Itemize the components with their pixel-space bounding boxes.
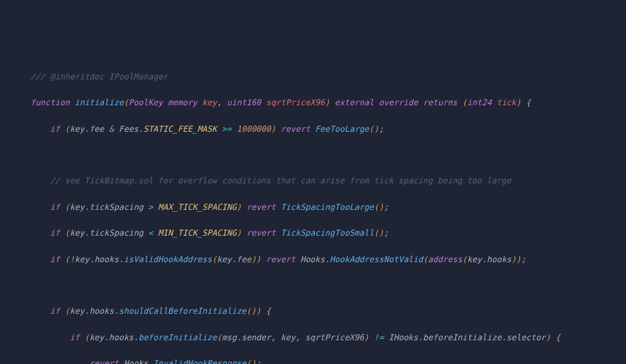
code-line: if (key.fee & Fees.STATIC_FEE_MASK >= 10… (11, 123, 615, 136)
keyword: address (428, 255, 462, 264)
property: hooks (94, 255, 119, 264)
keyword: revert (246, 228, 276, 238)
keyword: function (31, 98, 70, 107)
type: uint160 (227, 98, 261, 107)
keyword: revert (266, 255, 295, 264)
constant: MAX_TICK_SPACING (158, 202, 237, 212)
type: int24 (467, 98, 492, 107)
class: Fees (119, 124, 139, 134)
code-line (11, 149, 615, 162)
keyword: override (379, 98, 418, 107)
code-line: function initialize(PoolKey memory key, … (11, 96, 615, 109)
comment: /// @inheritdoc IPoolManager (31, 72, 168, 81)
keyword: if (50, 202, 60, 212)
keyword: external (335, 98, 374, 107)
property: hooks (487, 255, 511, 264)
class: IHooks (388, 333, 418, 342)
function-call: isValidHookAddress (124, 255, 212, 264)
function-call: TickSpacingTooSmall (280, 228, 373, 238)
function-call: InvalidHookResponse (153, 359, 246, 364)
property: tickSpacing (90, 228, 143, 238)
code-line (11, 279, 615, 292)
keyword: revert (246, 202, 276, 212)
code-line: if (key.hooks.shouldCallBeforeInitialize… (11, 305, 615, 318)
property: selector (507, 333, 546, 342)
comment: // see TickBitmap.sol for overflow condi… (50, 176, 511, 185)
property: sender (242, 333, 271, 342)
param: tick (496, 98, 516, 107)
keyword: if (50, 228, 60, 238)
code-block: /// @inheritdoc IPoolManager function in… (11, 58, 615, 364)
keyword: revert (281, 124, 310, 134)
keyword: if (50, 306, 60, 316)
function-call: FeeTooLarge (315, 124, 369, 134)
constant: STATIC_FEE_MASK (143, 124, 217, 134)
keyword: if (70, 333, 79, 342)
number: 1000000 (236, 124, 271, 134)
code-line: // see TickBitmap.sol for overflow condi… (11, 175, 615, 187)
class: Hooks (300, 255, 325, 264)
function-call: shouldCallBeforeInitialize (119, 306, 246, 316)
keyword: memory (168, 98, 197, 107)
property: tickSpacing (90, 202, 143, 212)
keyword: revert (90, 359, 119, 364)
code-line: revert Hooks.InvalidHookResponse(); (11, 357, 615, 364)
function-call: TickSpacingTooLarge (280, 202, 373, 212)
keyword: returns (423, 98, 458, 107)
property: hooks (90, 306, 114, 316)
property: msg (222, 333, 237, 342)
type: PoolKey (128, 98, 163, 107)
constant: MIN_TICK_SPACING (158, 228, 237, 238)
property: beforeInitialize (423, 333, 502, 342)
keyword: if (50, 255, 60, 264)
function-call: beforeInitialize (139, 333, 217, 342)
property: hooks (109, 333, 134, 342)
function-call: HookAddressNotValid (330, 255, 423, 264)
code-line: if (!key.hooks.isValidHookAddress(key.fe… (11, 253, 615, 266)
param: key (202, 98, 217, 107)
code-line: if (key.tickSpacing < MIN_TICK_SPACING) … (11, 227, 615, 240)
keyword: if (50, 124, 60, 134)
code-line: if (key.tickSpacing > MAX_TICK_SPACING) … (11, 201, 615, 214)
param: sqrtPriceX96 (266, 98, 325, 107)
property: fee (236, 255, 251, 264)
code-line: if (key.hooks.beforeInitialize(msg.sende… (11, 331, 615, 344)
class: Hooks (124, 359, 148, 364)
code-line: /// @inheritdoc IPoolManager (11, 71, 615, 84)
property: fee (90, 124, 105, 134)
function-name: initialize (75, 98, 124, 107)
